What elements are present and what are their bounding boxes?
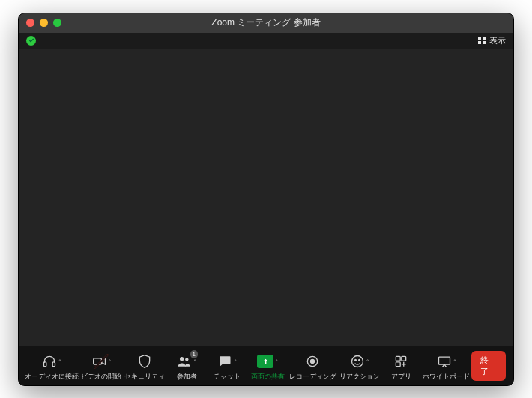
svg-point-13 bbox=[358, 360, 360, 361]
encryption-shield-icon[interactable] bbox=[26, 36, 36, 46]
chevron-up-icon: ^ bbox=[366, 358, 369, 364]
status-bar: 表示 bbox=[19, 33, 513, 49]
chat-button[interactable]: ^ チャット bbox=[207, 349, 247, 382]
security-label: セキュリティ bbox=[124, 373, 165, 380]
participants-button[interactable]: ^ 1 参加者 bbox=[166, 349, 207, 382]
svg-point-12 bbox=[354, 360, 356, 361]
end-meeting-button[interactable]: 終了 bbox=[471, 351, 506, 381]
start-video-label: ビデオの開始 bbox=[81, 373, 121, 380]
apps-label: アプリ bbox=[391, 373, 411, 380]
whiteboard-label: ホワイトボード bbox=[423, 373, 470, 380]
chevron-up-icon: ^ bbox=[234, 358, 237, 364]
svg-point-8 bbox=[185, 358, 188, 361]
apps-icon bbox=[393, 354, 408, 369]
join-audio-label: オーディオに接続 bbox=[25, 373, 79, 380]
headphones-icon bbox=[42, 354, 57, 369]
share-screen-icon bbox=[257, 355, 273, 368]
svg-rect-17 bbox=[438, 357, 450, 364]
smile-icon bbox=[350, 354, 365, 369]
chat-icon bbox=[217, 354, 232, 369]
view-button[interactable]: 表示 bbox=[477, 35, 506, 46]
record-button[interactable]: レコーディング bbox=[288, 349, 338, 382]
window-title: Zoom ミーティング 参加者 bbox=[19, 16, 513, 29]
chevron-up-icon: ^ bbox=[109, 358, 112, 364]
participants-label: 参加者 bbox=[177, 373, 197, 380]
svg-point-11 bbox=[351, 356, 363, 367]
participants-icon bbox=[177, 354, 192, 369]
whiteboard-icon bbox=[437, 354, 452, 369]
minimize-window-button[interactable] bbox=[40, 19, 48, 27]
svg-rect-14 bbox=[396, 356, 401, 361]
share-screen-label: 画面の共有 bbox=[251, 373, 285, 380]
chevron-up-icon: ^ bbox=[275, 358, 278, 364]
chevron-up-icon: ^ bbox=[453, 358, 456, 364]
window-controls bbox=[26, 19, 61, 27]
reactions-button[interactable]: ^ リアクション bbox=[338, 349, 381, 382]
start-video-button[interactable]: ^ ビデオの開始 bbox=[80, 349, 124, 382]
share-screen-button[interactable]: ^ 画面の共有 bbox=[247, 349, 288, 382]
record-icon bbox=[305, 354, 320, 369]
svg-rect-15 bbox=[402, 356, 406, 361]
chevron-up-icon: ^ bbox=[58, 358, 61, 364]
chat-label: チャット bbox=[214, 373, 241, 380]
svg-rect-5 bbox=[52, 362, 55, 367]
view-label: 表示 bbox=[489, 35, 506, 46]
chevron-up-icon: ^ bbox=[193, 358, 196, 364]
close-window-button[interactable] bbox=[26, 19, 34, 27]
svg-rect-3 bbox=[483, 41, 486, 44]
video-area bbox=[19, 49, 513, 346]
join-audio-button[interactable]: ^ オーディオに接続 bbox=[23, 349, 80, 382]
svg-point-7 bbox=[180, 357, 184, 361]
svg-rect-4 bbox=[43, 362, 46, 367]
grid-icon bbox=[477, 36, 486, 45]
security-button[interactable]: セキュリティ bbox=[123, 349, 166, 382]
titlebar: Zoom ミーティング 参加者 bbox=[19, 13, 513, 33]
reactions-label: リアクション bbox=[339, 373, 380, 380]
record-label: レコーディング bbox=[289, 373, 336, 380]
meeting-toolbar: ^ オーディオに接続 ^ ビデオの開始 セキュリティ ^ 1 参加者 bbox=[19, 346, 513, 385]
end-label: 終了 bbox=[480, 355, 489, 376]
whiteboard-button[interactable]: ^ ホワイトボード bbox=[421, 349, 471, 382]
svg-rect-0 bbox=[478, 37, 481, 40]
participants-count-badge: 1 bbox=[190, 350, 198, 358]
svg-point-10 bbox=[311, 360, 315, 364]
shield-icon bbox=[137, 354, 152, 369]
svg-rect-1 bbox=[483, 37, 486, 40]
app-window: Zoom ミーティング 参加者 表示 ^ オーディオに接続 ^ ビデオの開始 bbox=[18, 13, 514, 386]
apps-button[interactable]: アプリ bbox=[381, 349, 421, 382]
svg-rect-2 bbox=[478, 41, 481, 44]
svg-rect-16 bbox=[396, 362, 401, 367]
fullscreen-window-button[interactable] bbox=[53, 19, 61, 27]
